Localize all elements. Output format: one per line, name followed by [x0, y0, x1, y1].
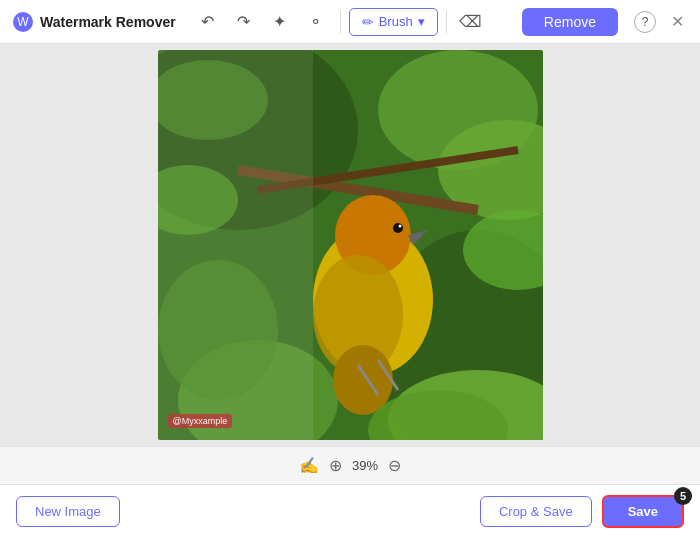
toolbar: ↶ ↷ ✦ ⚬ ✏ Brush ▾ ⌫ Remove	[192, 6, 618, 38]
save-notification-badge: 5	[674, 487, 692, 505]
bottom-right-buttons: Crop & Save Save 5	[480, 495, 684, 528]
lasso-tool-button[interactable]: ✦	[264, 6, 296, 38]
brush-tool-button[interactable]: ✏ Brush ▾	[349, 8, 438, 36]
eraser-icon: ⌫	[459, 12, 482, 31]
svg-point-18	[398, 225, 401, 228]
bottom-bar: New Image Crop & Save Save 5	[0, 484, 700, 538]
redo-icon: ↷	[237, 12, 250, 31]
zoom-in-icon: ⊕	[329, 456, 342, 475]
polygon-tool-button[interactable]: ⚬	[300, 6, 332, 38]
main-image	[158, 50, 543, 440]
polygon-icon: ⚬	[309, 12, 322, 31]
zoom-bar: ✍ ⊕ 39% ⊖	[0, 446, 700, 484]
undo-button[interactable]: ↶	[192, 6, 224, 38]
zoom-out-icon: ⊖	[388, 456, 401, 475]
svg-point-17	[393, 223, 403, 233]
app-logo-icon: W	[12, 11, 34, 33]
redo-button[interactable]: ↷	[228, 6, 260, 38]
remove-button[interactable]: Remove	[522, 8, 618, 36]
new-image-button[interactable]: New Image	[16, 496, 120, 527]
help-button[interactable]: ?	[634, 11, 656, 33]
titlebar: W Watermark Remover ↶ ↷ ✦ ⚬ ✏ Brush ▾ ⌫ …	[0, 0, 700, 44]
hand-tool-button[interactable]: ✍	[299, 456, 319, 475]
zoom-out-button[interactable]: ⊖	[388, 456, 401, 475]
watermark-text: @Myxxample	[168, 414, 233, 428]
save-button[interactable]: Save	[602, 495, 684, 528]
lasso-icon: ✦	[273, 12, 286, 31]
svg-rect-26	[158, 50, 313, 440]
brush-dropdown-icon: ▾	[418, 14, 425, 29]
canvas-area: @Myxxample	[0, 44, 700, 446]
brush-label: Brush	[379, 14, 413, 29]
eraser-tool-button[interactable]: ⌫	[455, 6, 487, 38]
app-title: Watermark Remover	[40, 14, 176, 30]
svg-text:W: W	[17, 15, 29, 29]
zoom-in-button[interactable]: ⊕	[329, 456, 342, 475]
close-button[interactable]: ✕	[666, 11, 688, 33]
toolbar-separator-2	[446, 11, 447, 33]
brush-icon: ✏	[362, 14, 374, 30]
app-logo: W Watermark Remover	[12, 11, 176, 33]
crop-save-button[interactable]: Crop & Save	[480, 496, 592, 527]
undo-icon: ↶	[201, 12, 214, 31]
svg-point-20	[333, 345, 393, 415]
titlebar-right-controls: ? ✕	[634, 11, 688, 33]
zoom-level: 39%	[352, 458, 378, 473]
save-wrapper: Save 5	[602, 495, 684, 528]
toolbar-separator	[340, 11, 341, 33]
image-container: @Myxxample	[158, 50, 543, 440]
hand-icon: ✍	[299, 456, 319, 475]
